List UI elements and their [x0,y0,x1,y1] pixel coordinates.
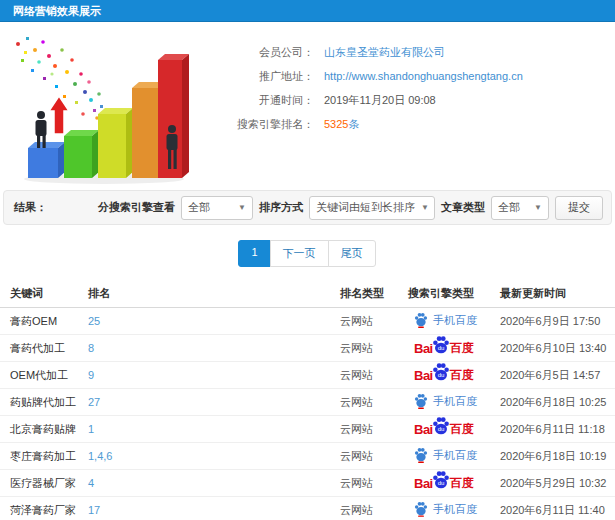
update-time-cell: 2020年6月5日 14:57 [500,368,615,383]
article-type-label: 文章类型 [441,200,485,215]
member-company-label: 会员公司： [190,45,314,60]
article-type-select[interactable]: 全部 ▼ [491,196,549,220]
rank-type-cell: 云网站 [340,395,408,410]
keyword-cell: 膏药OEM [10,314,88,329]
rank-type-cell: 云网站 [340,341,408,356]
table-body: 膏药OEM 25 云网站 手机百度 2020年6月9日 17:50 膏药代加工 … [0,308,615,520]
col-engine-type: 搜索引擎类型 [408,286,500,301]
next-page-button[interactable]: 下一页 [270,240,329,267]
baidu-paw-icon: du [432,470,450,490]
engine-view-selected: 全部 [188,200,210,215]
mobile-baidu-paw-icon [414,393,428,409]
promo-url-label: 推广地址： [190,69,314,84]
article-type-selected: 全部 [498,200,520,215]
baidu-logo: Bai du 百度 [414,475,474,492]
table-header: 关键词 排名 排名类型 搜索引擎类型 最新更新时间 [0,280,615,308]
update-time-cell: 2020年6月9日 17:50 [500,314,615,329]
mobile-baidu-paw-icon [414,447,428,463]
keyword-cell: 菏泽膏药厂家 [10,503,88,518]
svg-text:du: du [437,480,444,486]
update-time-cell: 2020年6月18日 10:19 [500,449,615,464]
mobile-baidu-logo: 手机百度 [414,447,477,463]
mobile-baidu-paw-icon [414,501,428,517]
engine-cell: Bai du 百度 [408,421,500,438]
baidu-logo-cn-text: 百度 [450,367,474,384]
mobile-baidu-label: 手机百度 [433,394,477,409]
baidu-paw-icon: du [432,362,450,382]
ranking-table: 关键词 排名 排名类型 搜索引擎类型 最新更新时间 膏药OEM 25 云网站 手… [0,280,615,520]
sort-label: 排序方式 [259,200,303,215]
baidu-logo: Bai du 百度 [414,340,474,357]
mobile-baidu-logo: 手机百度 [414,501,477,517]
rank-cell[interactable]: 1 [88,423,340,435]
keyword-cell: 北京膏药贴牌 [10,422,88,437]
baidu-paw-icon: du [432,416,450,436]
engine-cell: Bai du 百度 [408,367,500,384]
rank-cell[interactable]: 17 [88,504,340,516]
rank-type-cell: 云网站 [340,476,408,491]
baidu-logo-text: Bai [414,368,433,383]
engine-cell: Bai du 百度 [408,475,500,492]
engine-view-select[interactable]: 全部 ▼ [181,196,253,220]
engine-cell: 手机百度 [408,312,500,330]
update-time-cell: 2020年6月18日 10:25 [500,395,615,410]
update-time-cell: 2020年5月29日 10:32 [500,476,615,491]
open-time-label: 开通时间： [190,93,314,108]
svg-text:du: du [437,345,444,351]
rank-type-cell: 云网站 [340,449,408,464]
engine-cell: 手机百度 [408,501,500,519]
baidu-logo-text: Bai [414,341,433,356]
table-row: 膏药OEM 25 云网站 手机百度 2020年6月9日 17:50 [0,308,615,335]
last-page-button[interactable]: 尾页 [328,240,376,267]
engine-view-label: 分搜索引擎查看 [98,200,175,215]
table-row: 北京膏药贴牌 1 云网站 Bai du 百度 2020年6月11日 11:18 [0,416,615,443]
chevron-down-icon: ▼ [534,203,542,212]
sort-select[interactable]: 关键词由短到长排序 ▼ [309,196,435,220]
rank-cell[interactable]: 4 [88,477,340,489]
baidu-logo: Bai du 百度 [414,421,474,438]
member-company-link[interactable]: 山东皇圣堂药业有限公司 [324,45,445,60]
mobile-baidu-label: 手机百度 [433,502,477,517]
baidu-logo-text: Bai [414,422,433,437]
keyword-cell: 药贴牌代加工 [10,395,88,410]
baidu-logo-text: Bai [414,476,433,491]
engine-rank-count: 5325 [324,118,348,130]
keyword-cell: 医疗器械厂家 [10,476,88,491]
rank-cell[interactable]: 9 [88,369,340,381]
rank-cell[interactable]: 8 [88,342,340,354]
col-rank: 排名 [88,286,340,301]
submit-button[interactable]: 提交 [555,196,603,220]
update-time-cell: 2020年6月10日 13:40 [500,341,615,356]
rank-type-cell: 云网站 [340,314,408,329]
rank-cell[interactable]: 25 [88,315,340,327]
marketing-bar-chart-illustration [4,30,190,186]
baidu-logo-cn-text: 百度 [450,421,474,438]
table-row: 医疗器械厂家 4 云网站 Bai du 百度 2020年5月29日 10:32 [0,470,615,497]
table-row: 膏药代加工 8 云网站 Bai du 百度 2020年6月10日 13:40 [0,335,615,362]
mobile-baidu-logo: 手机百度 [414,312,477,328]
chevron-down-icon: ▼ [421,203,429,212]
keyword-cell: 枣庄膏药加工 [10,449,88,464]
sort-selected: 关键词由短到长排序 [316,200,415,215]
table-row: 药贴牌代加工 27 云网站 手机百度 2020年6月18日 10:25 [0,389,615,416]
update-time-cell: 2020年6月11日 11:40 [500,503,615,518]
baidu-logo-cn-text: 百度 [450,340,474,357]
mobile-baidu-label: 手机百度 [433,448,477,463]
chevron-down-icon: ▼ [238,203,246,212]
col-update-time: 最新更新时间 [500,286,615,301]
filter-bar: 结果： 分搜索引擎查看 全部 ▼ 排序方式 关键词由短到长排序 ▼ 文章类型 全… [3,190,612,225]
engine-cell: 手机百度 [408,447,500,465]
page-title: 网络营销效果展示 [0,0,615,22]
rank-cell[interactable]: 1,4,6 [88,450,340,462]
table-row: 枣庄膏药加工 1,4,6 云网站 手机百度 2020年6月18日 10:19 [0,443,615,470]
rank-type-cell: 云网站 [340,368,408,383]
rank-type-cell: 云网站 [340,422,408,437]
engine-rank-unit: 条 [348,117,359,132]
page-1-button[interactable]: 1 [238,240,270,267]
table-row: 菏泽膏药厂家 17 云网站 手机百度 2020年6月11日 11:40 [0,497,615,520]
promo-url-link[interactable]: http://www.shandonghuangshengtang.cn [324,70,523,82]
svg-text:du: du [437,426,444,432]
rank-cell[interactable]: 27 [88,396,340,408]
baidu-logo: Bai du 百度 [414,367,474,384]
info-section: 会员公司： 山东皇圣堂药业有限公司 推广地址： http://www.shand… [0,22,615,190]
